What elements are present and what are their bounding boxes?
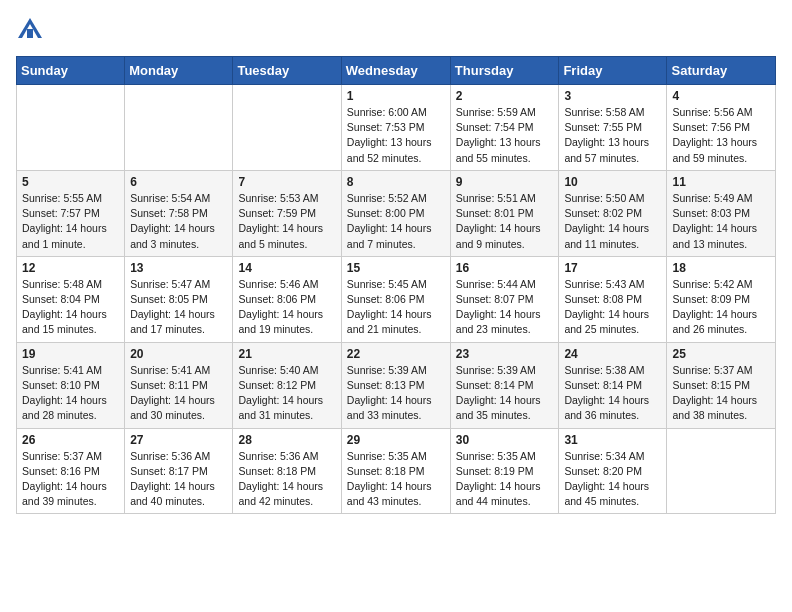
day-info: Sunrise: 5:44 AMSunset: 8:07 PMDaylight:…	[456, 277, 554, 338]
day-cell: 8Sunrise: 5:52 AMSunset: 8:00 PMDaylight…	[341, 170, 450, 256]
weekday-wednesday: Wednesday	[341, 57, 450, 85]
day-number: 27	[130, 433, 227, 447]
week-row-1: 1Sunrise: 6:00 AMSunset: 7:53 PMDaylight…	[17, 85, 776, 171]
day-cell: 10Sunrise: 5:50 AMSunset: 8:02 PMDayligh…	[559, 170, 667, 256]
day-number: 7	[238, 175, 335, 189]
calendar: SundayMondayTuesdayWednesdayThursdayFrid…	[16, 56, 776, 514]
day-info: Sunrise: 5:36 AMSunset: 8:17 PMDaylight:…	[130, 449, 227, 510]
day-cell: 19Sunrise: 5:41 AMSunset: 8:10 PMDayligh…	[17, 342, 125, 428]
day-cell: 6Sunrise: 5:54 AMSunset: 7:58 PMDaylight…	[125, 170, 233, 256]
day-cell: 21Sunrise: 5:40 AMSunset: 8:12 PMDayligh…	[233, 342, 341, 428]
day-info: Sunrise: 5:34 AMSunset: 8:20 PMDaylight:…	[564, 449, 661, 510]
week-row-4: 19Sunrise: 5:41 AMSunset: 8:10 PMDayligh…	[17, 342, 776, 428]
day-info: Sunrise: 5:36 AMSunset: 8:18 PMDaylight:…	[238, 449, 335, 510]
day-cell: 16Sunrise: 5:44 AMSunset: 8:07 PMDayligh…	[450, 256, 559, 342]
day-number: 12	[22, 261, 119, 275]
day-number: 5	[22, 175, 119, 189]
day-info: Sunrise: 5:43 AMSunset: 8:08 PMDaylight:…	[564, 277, 661, 338]
day-cell: 22Sunrise: 5:39 AMSunset: 8:13 PMDayligh…	[341, 342, 450, 428]
day-info: Sunrise: 5:55 AMSunset: 7:57 PMDaylight:…	[22, 191, 119, 252]
day-info: Sunrise: 5:50 AMSunset: 8:02 PMDaylight:…	[564, 191, 661, 252]
weekday-header-row: SundayMondayTuesdayWednesdayThursdayFrid…	[17, 57, 776, 85]
day-cell	[17, 85, 125, 171]
day-number: 20	[130, 347, 227, 361]
day-cell	[125, 85, 233, 171]
day-info: Sunrise: 5:40 AMSunset: 8:12 PMDaylight:…	[238, 363, 335, 424]
calendar-body: 1Sunrise: 6:00 AMSunset: 7:53 PMDaylight…	[17, 85, 776, 514]
day-info: Sunrise: 5:38 AMSunset: 8:14 PMDaylight:…	[564, 363, 661, 424]
day-cell: 24Sunrise: 5:38 AMSunset: 8:14 PMDayligh…	[559, 342, 667, 428]
logo-icon	[16, 16, 44, 44]
day-cell: 27Sunrise: 5:36 AMSunset: 8:17 PMDayligh…	[125, 428, 233, 514]
day-cell: 17Sunrise: 5:43 AMSunset: 8:08 PMDayligh…	[559, 256, 667, 342]
weekday-friday: Friday	[559, 57, 667, 85]
day-info: Sunrise: 5:37 AMSunset: 8:15 PMDaylight:…	[672, 363, 770, 424]
day-cell: 20Sunrise: 5:41 AMSunset: 8:11 PMDayligh…	[125, 342, 233, 428]
week-row-5: 26Sunrise: 5:37 AMSunset: 8:16 PMDayligh…	[17, 428, 776, 514]
day-info: Sunrise: 5:35 AMSunset: 8:19 PMDaylight:…	[456, 449, 554, 510]
weekday-thursday: Thursday	[450, 57, 559, 85]
day-info: Sunrise: 5:58 AMSunset: 7:55 PMDaylight:…	[564, 105, 661, 166]
day-number: 21	[238, 347, 335, 361]
day-info: Sunrise: 5:39 AMSunset: 8:14 PMDaylight:…	[456, 363, 554, 424]
day-info: Sunrise: 5:51 AMSunset: 8:01 PMDaylight:…	[456, 191, 554, 252]
day-number: 8	[347, 175, 445, 189]
day-number: 29	[347, 433, 445, 447]
day-cell: 7Sunrise: 5:53 AMSunset: 7:59 PMDaylight…	[233, 170, 341, 256]
day-cell	[233, 85, 341, 171]
day-number: 28	[238, 433, 335, 447]
day-number: 14	[238, 261, 335, 275]
day-number: 19	[22, 347, 119, 361]
day-cell: 18Sunrise: 5:42 AMSunset: 8:09 PMDayligh…	[667, 256, 776, 342]
day-info: Sunrise: 5:56 AMSunset: 7:56 PMDaylight:…	[672, 105, 770, 166]
day-number: 10	[564, 175, 661, 189]
day-number: 1	[347, 89, 445, 103]
weekday-tuesday: Tuesday	[233, 57, 341, 85]
day-info: Sunrise: 6:00 AMSunset: 7:53 PMDaylight:…	[347, 105, 445, 166]
day-cell: 26Sunrise: 5:37 AMSunset: 8:16 PMDayligh…	[17, 428, 125, 514]
weekday-sunday: Sunday	[17, 57, 125, 85]
day-number: 24	[564, 347, 661, 361]
day-info: Sunrise: 5:39 AMSunset: 8:13 PMDaylight:…	[347, 363, 445, 424]
header	[16, 16, 776, 44]
day-info: Sunrise: 5:46 AMSunset: 8:06 PMDaylight:…	[238, 277, 335, 338]
day-number: 4	[672, 89, 770, 103]
day-number: 30	[456, 433, 554, 447]
day-cell: 23Sunrise: 5:39 AMSunset: 8:14 PMDayligh…	[450, 342, 559, 428]
day-cell	[667, 428, 776, 514]
day-cell: 29Sunrise: 5:35 AMSunset: 8:18 PMDayligh…	[341, 428, 450, 514]
day-cell: 4Sunrise: 5:56 AMSunset: 7:56 PMDaylight…	[667, 85, 776, 171]
day-cell: 2Sunrise: 5:59 AMSunset: 7:54 PMDaylight…	[450, 85, 559, 171]
day-cell: 5Sunrise: 5:55 AMSunset: 7:57 PMDaylight…	[17, 170, 125, 256]
weekday-monday: Monday	[125, 57, 233, 85]
day-info: Sunrise: 5:59 AMSunset: 7:54 PMDaylight:…	[456, 105, 554, 166]
day-number: 23	[456, 347, 554, 361]
day-number: 22	[347, 347, 445, 361]
day-cell: 28Sunrise: 5:36 AMSunset: 8:18 PMDayligh…	[233, 428, 341, 514]
week-row-2: 5Sunrise: 5:55 AMSunset: 7:57 PMDaylight…	[17, 170, 776, 256]
day-cell: 30Sunrise: 5:35 AMSunset: 8:19 PMDayligh…	[450, 428, 559, 514]
day-cell: 1Sunrise: 6:00 AMSunset: 7:53 PMDaylight…	[341, 85, 450, 171]
day-cell: 14Sunrise: 5:46 AMSunset: 8:06 PMDayligh…	[233, 256, 341, 342]
day-cell: 9Sunrise: 5:51 AMSunset: 8:01 PMDaylight…	[450, 170, 559, 256]
day-cell: 13Sunrise: 5:47 AMSunset: 8:05 PMDayligh…	[125, 256, 233, 342]
week-row-3: 12Sunrise: 5:48 AMSunset: 8:04 PMDayligh…	[17, 256, 776, 342]
weekday-saturday: Saturday	[667, 57, 776, 85]
svg-rect-2	[27, 29, 33, 38]
day-info: Sunrise: 5:49 AMSunset: 8:03 PMDaylight:…	[672, 191, 770, 252]
logo	[16, 16, 46, 44]
day-info: Sunrise: 5:37 AMSunset: 8:16 PMDaylight:…	[22, 449, 119, 510]
day-number: 31	[564, 433, 661, 447]
day-cell: 3Sunrise: 5:58 AMSunset: 7:55 PMDaylight…	[559, 85, 667, 171]
day-info: Sunrise: 5:41 AMSunset: 8:10 PMDaylight:…	[22, 363, 119, 424]
day-number: 2	[456, 89, 554, 103]
day-number: 6	[130, 175, 227, 189]
day-info: Sunrise: 5:42 AMSunset: 8:09 PMDaylight:…	[672, 277, 770, 338]
day-info: Sunrise: 5:53 AMSunset: 7:59 PMDaylight:…	[238, 191, 335, 252]
day-number: 13	[130, 261, 227, 275]
day-info: Sunrise: 5:54 AMSunset: 7:58 PMDaylight:…	[130, 191, 227, 252]
day-number: 17	[564, 261, 661, 275]
day-info: Sunrise: 5:47 AMSunset: 8:05 PMDaylight:…	[130, 277, 227, 338]
day-number: 16	[456, 261, 554, 275]
day-info: Sunrise: 5:48 AMSunset: 8:04 PMDaylight:…	[22, 277, 119, 338]
